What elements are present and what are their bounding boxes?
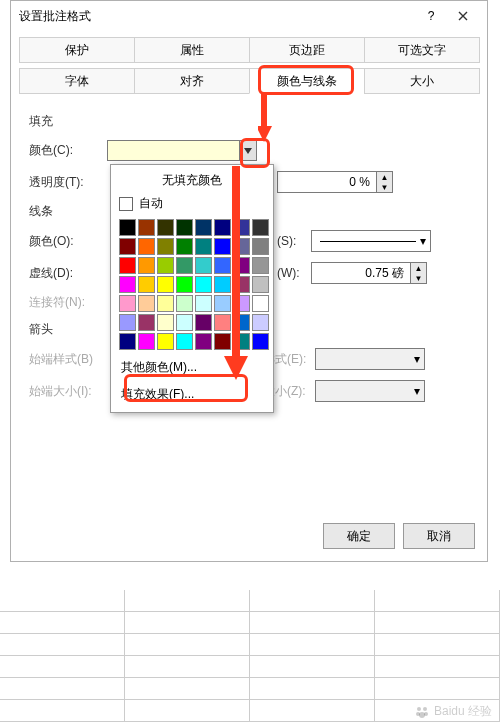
color-swatch[interactable] [119, 219, 136, 236]
color-swatch[interactable] [214, 257, 231, 274]
auto-color-swatch [119, 197, 133, 211]
color-swatch[interactable] [157, 219, 174, 236]
spin-down-icon: ▼ [377, 182, 392, 192]
fill-color-field[interactable] [107, 140, 257, 161]
color-swatch[interactable] [119, 238, 136, 255]
weight-spinner[interactable]: ▲▼ [411, 262, 427, 284]
color-swatch[interactable] [195, 314, 212, 331]
color-swatch[interactable] [176, 276, 193, 293]
begin-size-label: 始端大小(I): [29, 383, 107, 400]
color-swatch[interactable] [157, 276, 174, 293]
spin-up-icon: ▲ [377, 172, 392, 182]
color-swatch[interactable] [214, 219, 231, 236]
color-swatch[interactable] [119, 333, 136, 350]
cancel-button[interactable]: 取消 [403, 523, 475, 549]
dialog-buttons: 确定 取消 [323, 523, 475, 549]
tab-alignment[interactable]: 对齐 [134, 68, 250, 94]
color-swatch[interactable] [119, 276, 136, 293]
tab-size[interactable]: 大小 [364, 68, 480, 94]
color-swatch[interactable] [195, 333, 212, 350]
fill-section-title: 填充 [29, 113, 469, 130]
transparency-input[interactable] [277, 171, 377, 193]
no-fill-option[interactable]: 无填充颜色 [115, 169, 269, 192]
color-swatch[interactable] [176, 219, 193, 236]
color-swatch[interactable] [214, 276, 231, 293]
color-swatch[interactable] [119, 314, 136, 331]
line-style-preview [320, 241, 416, 242]
color-swatch[interactable] [157, 238, 174, 255]
color-swatch[interactable] [138, 295, 155, 312]
tab-alt-text[interactable]: 可选文字 [364, 37, 480, 63]
color-swatch[interactable] [119, 295, 136, 312]
color-swatch[interactable] [176, 314, 193, 331]
color-swatch[interactable] [195, 219, 212, 236]
color-swatch[interactable] [252, 219, 269, 236]
color-swatch[interactable] [176, 333, 193, 350]
color-swatch[interactable] [138, 238, 155, 255]
color-swatch[interactable] [157, 314, 174, 331]
color-swatch[interactable] [119, 257, 136, 274]
color-swatch[interactable] [252, 314, 269, 331]
color-swatch[interactable] [252, 295, 269, 312]
paw-icon [414, 704, 430, 720]
color-swatch[interactable] [138, 333, 155, 350]
fill-color-dropdown-button[interactable] [239, 140, 257, 161]
more-colors-option[interactable]: 其他颜色(M)... [115, 354, 269, 381]
color-swatch[interactable] [214, 295, 231, 312]
transparency-spinner[interactable]: ▲▼ [377, 171, 393, 193]
fill-effects-option[interactable]: 填充效果(F)... [115, 381, 269, 408]
watermark: Baidu 经验 [414, 703, 492, 720]
tab-colors-lines[interactable]: 颜色与线条 [249, 68, 365, 94]
color-swatch[interactable] [138, 276, 155, 293]
color-swatch[interactable] [214, 314, 231, 331]
color-swatch[interactable] [176, 295, 193, 312]
spin-down-icon: ▼ [411, 273, 426, 283]
auto-color-label: 自动 [139, 195, 163, 212]
color-swatch[interactable] [138, 314, 155, 331]
color-swatch[interactable] [176, 238, 193, 255]
line-style-select[interactable]: ▾ [311, 230, 431, 252]
fill-color-label: 颜色(C): [29, 142, 107, 159]
fill-color-dropdown: 无填充颜色 自动 其他颜色(M)... 填充效果(F)... [110, 164, 274, 413]
tab-properties[interactable]: 属性 [134, 37, 250, 63]
color-swatch[interactable] [233, 295, 250, 312]
chevron-down-icon [244, 148, 252, 154]
color-swatch[interactable] [252, 238, 269, 255]
color-swatch[interactable] [195, 238, 212, 255]
auto-color-option[interactable]: 自动 [115, 192, 269, 215]
color-swatch[interactable] [233, 257, 250, 274]
color-swatch[interactable] [195, 257, 212, 274]
color-swatch[interactable] [138, 257, 155, 274]
end-style-select[interactable]: ▾ [315, 348, 425, 370]
color-swatch[interactable] [176, 257, 193, 274]
color-swatch[interactable] [252, 276, 269, 293]
color-swatch[interactable] [233, 314, 250, 331]
ok-button[interactable]: 确定 [323, 523, 395, 549]
end-size-select[interactable]: ▾ [315, 380, 425, 402]
color-swatch[interactable] [157, 295, 174, 312]
color-swatch[interactable] [233, 238, 250, 255]
color-swatch[interactable] [252, 333, 269, 350]
color-swatch[interactable] [195, 276, 212, 293]
tabs-row2: 字体 对齐 颜色与线条 大小 [11, 62, 487, 93]
close-icon [458, 11, 468, 21]
help-button[interactable]: ? [415, 4, 447, 28]
color-swatch[interactable] [252, 257, 269, 274]
close-button[interactable] [447, 4, 479, 28]
weight-input[interactable] [311, 262, 411, 284]
svg-point-4 [419, 712, 425, 718]
color-swatch[interactable] [233, 276, 250, 293]
color-swatch[interactable] [214, 238, 231, 255]
tab-protection[interactable]: 保护 [19, 37, 135, 63]
color-swatch[interactable] [233, 219, 250, 236]
color-swatch[interactable] [157, 333, 174, 350]
color-swatch[interactable] [157, 257, 174, 274]
tab-font[interactable]: 字体 [19, 68, 135, 94]
color-swatch[interactable] [138, 219, 155, 236]
fill-color-swatch [107, 140, 239, 161]
tab-margins[interactable]: 页边距 [249, 37, 365, 63]
color-swatch[interactable] [214, 333, 231, 350]
transparency-label: 透明度(T): [29, 174, 107, 191]
color-swatch[interactable] [233, 333, 250, 350]
color-swatch[interactable] [195, 295, 212, 312]
